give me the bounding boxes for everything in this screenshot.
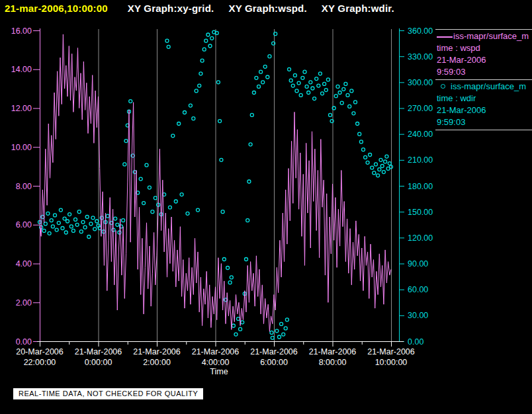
right-axis-tick-label: 0.00 (408, 337, 423, 347)
wdir-point (93, 228, 97, 231)
wdir-point (234, 333, 238, 336)
wdir-point (145, 163, 148, 167)
wdir-point (375, 163, 378, 166)
wdir-point (226, 267, 230, 270)
x-tick-date-label: 21-Mar-2006 (250, 347, 298, 356)
wdir-point (79, 230, 83, 233)
wdir-point (83, 226, 87, 229)
wdir-point (252, 91, 255, 95)
x-tick-time-label: 8:00:00 (319, 358, 347, 367)
wdir-point (362, 148, 365, 151)
wdir-point (51, 225, 54, 228)
wdir-point (123, 163, 126, 166)
wdir-point (139, 177, 142, 181)
wdir-point (257, 85, 261, 88)
wdir-point (384, 160, 387, 163)
wdir-point (321, 92, 324, 95)
wdir-point (142, 202, 146, 205)
right-axis-tick-label: 240.00 (408, 130, 433, 139)
wdir-point (245, 258, 248, 261)
wdir-point (307, 91, 310, 95)
wdir-point (295, 89, 298, 93)
wdir-point (249, 143, 252, 146)
wdir-point (385, 155, 388, 158)
legend-wdir-source: iss-mapr/surface_m (451, 81, 526, 91)
wdir-point (174, 200, 177, 203)
wdir-point (59, 208, 62, 212)
wdir-point (165, 39, 169, 42)
wdir-point (291, 84, 294, 87)
wdir-point (299, 93, 302, 97)
wdir-point (198, 84, 201, 87)
right-axis-tick-label: 120.00 (408, 233, 433, 243)
wdir-point (247, 180, 251, 183)
wdir-point (237, 317, 240, 321)
wdir-point (64, 231, 67, 234)
wdir-point (195, 89, 198, 93)
wdir-point (326, 78, 330, 81)
wdir-point (202, 48, 206, 51)
wdir-point (378, 168, 381, 171)
quality-disclaimer-text: REAL-TIME DATA, NOT CHECKED FOR QUALITY (19, 390, 198, 397)
x-tick-time-label: 4:00:00 (202, 358, 230, 367)
wdir-point (74, 218, 77, 221)
wdir-point (297, 81, 300, 85)
right-axis-tick-label: 360.00 (408, 26, 433, 36)
wdir-point (303, 70, 306, 73)
wdir-point (388, 162, 391, 165)
x-tick-date-label: 20-Mar-2006 (16, 347, 64, 356)
wdir-point (66, 220, 69, 223)
wdir-point (197, 208, 200, 212)
wdir-point (317, 84, 320, 87)
wdir-point (342, 87, 345, 91)
wdir-point (42, 229, 46, 232)
wdir-point (284, 327, 287, 330)
legend-wspd-date: 21-Mar-2006 (437, 54, 532, 66)
wdir-point (180, 193, 183, 196)
x-tick-date-label: 21-Mar-2006 (133, 347, 181, 356)
wdir-point (275, 329, 279, 333)
wdir-point (218, 120, 222, 123)
wdir-point (87, 235, 91, 239)
wdir-point (313, 97, 316, 101)
wdir-point (293, 73, 296, 77)
wdir-point (346, 93, 349, 97)
wdir-point (323, 82, 326, 85)
wdir-point (246, 219, 249, 222)
wdir-point (221, 210, 224, 214)
wdir-point (200, 59, 204, 62)
left-axis-tick-label: 0.00 (16, 337, 32, 347)
x-tick-time-label: 0:00:00 (85, 358, 112, 367)
right-axis-tick-label: 30.00 (408, 311, 428, 320)
wdir-point (278, 335, 281, 339)
wdir-point (151, 210, 154, 214)
wdir-point (75, 223, 79, 226)
wdir-point (54, 214, 57, 217)
left-axis-tick-label: 16.00 (11, 26, 32, 36)
legend-wspd-field: time : wspd (437, 42, 532, 54)
wdir-point (129, 100, 132, 103)
wdir-point (340, 101, 343, 104)
right-axis-tick-label: 300.00 (408, 78, 433, 87)
wdir-point (116, 223, 119, 226)
wdir-point (192, 117, 195, 120)
wdir-point (222, 258, 226, 261)
wdir-point (369, 153, 372, 157)
wdir-point (255, 76, 258, 79)
wdir-point (338, 91, 341, 95)
wdir-point (106, 214, 109, 218)
x-axis: 20-Mar-200622:00:0021-Mar-20060:00:0021-… (16, 341, 415, 376)
wdir-point (241, 321, 244, 324)
right-axis: 360.00330.00300.00270.00240.00210.00180.… (399, 26, 433, 347)
legend-wdir-field: time : wdir (437, 93, 532, 104)
wdir-point (154, 196, 157, 200)
wdir-point (318, 72, 322, 75)
wdir-point (270, 331, 273, 334)
wdir-point (377, 174, 380, 177)
left-axis-tick-label: 10.00 (11, 143, 32, 152)
wdir-point (91, 216, 95, 220)
left-axis-tick-label: 2.00 (16, 298, 32, 308)
x-axis-title: Time (210, 367, 228, 376)
xy-graph-window: 21-mar-2006,10:00:00XY Graph:xy-grid.XY … (0, 0, 532, 414)
wdir-point (271, 336, 274, 339)
